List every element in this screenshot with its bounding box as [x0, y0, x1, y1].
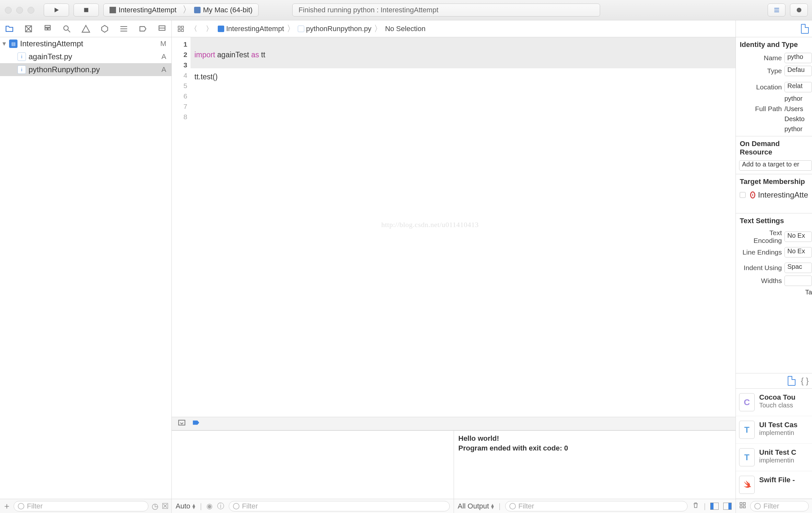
test-navigator-icon[interactable] — [97, 22, 113, 36]
add-files-button[interactable]: ＋ — [3, 501, 10, 512]
file-row[interactable]: i againTest.py A — [0, 50, 171, 63]
assistant-editor-button[interactable] — [790, 4, 808, 17]
xcode-project-icon: ▤ — [9, 39, 18, 48]
close-window-dot[interactable] — [5, 7, 12, 13]
issue-navigator-icon[interactable] — [78, 22, 94, 36]
source-control-navigator-icon[interactable] — [21, 22, 37, 36]
report-navigator-icon[interactable] — [154, 22, 170, 36]
navigator-panel: ▼ ▤ InterestingAttempt M i againTest.py … — [0, 21, 172, 513]
code-snippet-library-icon[interactable]: { } — [801, 376, 809, 386]
run-button[interactable] — [44, 4, 69, 17]
location-selector[interactable]: Relat — [784, 82, 812, 92]
library-selector-bar: { } — [736, 373, 812, 389]
variables-scope-selector[interactable]: Auto ▲▼ — [176, 502, 195, 510]
watermark-text: http://blog.csdn.net/u011410413 — [381, 219, 479, 230]
library-item[interactable]: TUI Test Casimplementin — [736, 416, 812, 444]
navigator-filter-input[interactable]: Filter — [13, 501, 148, 511]
scheme-selector[interactable]: InterestingAttempt 〉 My Mac (64-bit) — [104, 4, 259, 17]
section-title: Text Settings — [736, 213, 812, 228]
scm-filter-icon[interactable]: ☒ — [162, 502, 169, 511]
svg-rect-9 — [45, 25, 50, 27]
line-number-gutter: 1 2 3 4 5 6 7 8 — [172, 37, 191, 417]
odr-tags-field[interactable]: Add to a target to er — [739, 160, 812, 171]
minimize-window-dot[interactable] — [16, 7, 23, 13]
target-icon — [750, 191, 755, 199]
debug-navigator-icon[interactable] — [116, 22, 132, 36]
template-icon: C — [739, 393, 755, 411]
project-file-tree: ▼ ▤ InterestingAttempt M i againTest.py … — [0, 37, 171, 499]
source-editor[interactable]: 1 2 3 4 5 6 7 8 import againTest as tt t… — [172, 37, 735, 417]
project-navigator-icon[interactable] — [2, 22, 18, 36]
quicklook-icon[interactable]: ◉ — [206, 502, 212, 510]
recent-files-filter-icon[interactable]: ◷ — [152, 502, 158, 511]
svg-rect-24 — [740, 502, 742, 504]
show-console-pane-button[interactable] — [723, 503, 732, 510]
svg-rect-21 — [178, 29, 180, 31]
file-row[interactable]: i pythonRunpython.py A — [0, 63, 171, 76]
library-item[interactable]: TUnit Test Cimplementin — [736, 444, 812, 471]
type-selector[interactable]: Defau — [784, 66, 812, 76]
filter-scope-icon — [510, 503, 516, 509]
find-navigator-icon[interactable] — [59, 22, 75, 36]
disclosure-triangle-icon[interactable]: ▼ — [1, 40, 6, 47]
python-file-icon: i — [18, 65, 26, 74]
target-membership-row[interactable]: InterestingAtte — [736, 188, 812, 202]
console-output-selector[interactable]: All Output ▲▼ — [458, 502, 494, 510]
history-forward-button[interactable]: 〉 — [203, 23, 216, 35]
library-filter-bar: Filter — [736, 499, 812, 513]
clear-console-button[interactable] — [692, 502, 699, 511]
widths-field[interactable] — [784, 276, 812, 286]
file-inspector-icon[interactable] — [801, 24, 809, 34]
scheme-device-label: My Mac (64-bit) — [203, 6, 253, 14]
tree-root-name: InterestingAttempt — [20, 39, 161, 48]
project-icon — [218, 26, 224, 32]
file-name: againTest.py — [29, 52, 162, 61]
library-item[interactable]: CCocoa TouTouch class — [736, 389, 812, 416]
indent-using-selector[interactable]: Spac — [784, 263, 812, 273]
filter-scope-icon — [18, 503, 24, 509]
library-item[interactable]: Swift File - — [736, 471, 812, 499]
jump-bar-crumb[interactable]: InterestingAttempt — [216, 25, 286, 33]
svg-point-5 — [799, 9, 800, 11]
library-view-grid-button[interactable] — [739, 502, 746, 511]
console-view: Hello world! Program ended with exit cod… — [454, 431, 736, 513]
variables-view: Auto ▲▼ | ◉ ⓘ Filter — [172, 431, 454, 513]
text-encoding-selector[interactable]: No Ex — [784, 232, 812, 242]
zoom-window-dot[interactable] — [28, 7, 34, 13]
library-filter-input[interactable]: Filter — [750, 501, 809, 511]
info-icon[interactable]: ⓘ — [217, 501, 224, 511]
hide-debug-area-button[interactable] — [178, 418, 186, 429]
target-checkbox[interactable] — [740, 192, 746, 198]
code-text[interactable]: import againTest as tt tt.test() http://… — [191, 37, 735, 417]
jump-bar-crumb[interactable]: pythonRunpython.py — [296, 25, 374, 33]
breakpoint-toggle-icon[interactable] — [192, 418, 200, 429]
variables-filter-bar: Auto ▲▼ | ◉ ⓘ Filter — [172, 499, 454, 513]
debug-bar — [172, 417, 735, 430]
filter-scope-icon — [233, 503, 239, 509]
scm-status-badge: M — [161, 39, 166, 48]
editor-area: 〈 〉 InterestingAttempt 〉 pythonRunpython… — [172, 21, 735, 513]
symbol-navigator-icon[interactable] — [40, 22, 56, 36]
console-filter-input[interactable]: Filter — [505, 501, 688, 511]
file-template-library-icon[interactable] — [788, 376, 795, 386]
svg-rect-0 — [84, 8, 88, 12]
svg-line-13 — [68, 30, 70, 32]
related-items-button[interactable] — [174, 23, 187, 35]
console-output[interactable]: Hello world! Program ended with exit cod… — [454, 431, 736, 499]
breakpoint-navigator-icon[interactable] — [135, 22, 151, 36]
show-variables-pane-button[interactable] — [710, 503, 719, 510]
scheme-project-label: InterestingAttempt — [119, 6, 177, 14]
terminal-icon — [110, 7, 116, 13]
name-field[interactable]: pytho — [784, 53, 812, 63]
history-back-button[interactable]: 〈 — [187, 23, 200, 35]
navigator-filter-bar: ＋ Filter ◷ ☒ — [0, 499, 171, 513]
stop-button[interactable] — [74, 4, 99, 17]
line-endings-selector[interactable]: No Ex — [784, 247, 812, 258]
tree-root[interactable]: ▼ ▤ InterestingAttempt M — [0, 37, 171, 50]
svg-rect-11 — [48, 28, 50, 30]
standard-editor-button[interactable] — [767, 4, 785, 17]
variables-filter-input[interactable]: Filter — [229, 501, 450, 511]
jump-bar-crumb[interactable]: No Selection — [383, 25, 427, 33]
svg-rect-25 — [743, 502, 745, 504]
svg-point-12 — [63, 26, 68, 30]
